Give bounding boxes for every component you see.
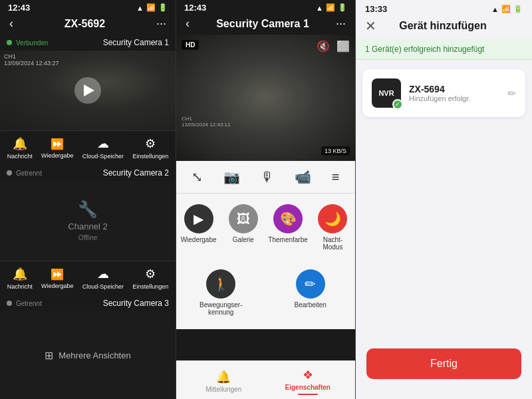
p2-controls-row: ⤡ 📷 🎙 📹 ≡	[176, 161, 355, 193]
p2-motion-icon: 🚶	[206, 269, 235, 299]
tab-eigenschaften-label: Eigenschaften	[285, 384, 331, 391]
camera2-offline: 🔧 Channel 2 Offline	[68, 200, 107, 241]
toolbar2-notification-label: Nachricht	[7, 283, 33, 290]
camera1-conn-label: Verbunden	[16, 39, 48, 47]
multi-view-label: Mehrere Ansichten	[59, 350, 130, 360]
location-icon: ▲	[136, 4, 144, 12]
camera1-video[interactable]: CH1 13/09/2024 12:43:27	[0, 51, 176, 130]
tab-mitteilungen-label: Mitteilungen	[205, 386, 241, 393]
fullscreen-icon[interactable]: ⬜	[336, 40, 350, 53]
p2-nav-title: Security Camera 1	[216, 18, 309, 30]
playback2-icon: ⏩	[51, 268, 64, 281]
toolbar1-cloud-label: Cloud-Speicher	[82, 153, 124, 160]
p2-status-bar: 12:43 ▲ 📶 🔋	[176, 0, 355, 14]
p3-location-icon: ▲	[491, 5, 499, 13]
p3-time: 13:33	[365, 4, 387, 14]
p2-theme-icon: 🎨	[273, 204, 303, 233]
toolbar2-playback[interactable]: ⏩ Wiedergabe	[41, 268, 74, 289]
device-icon-wrapper: NVR	[372, 78, 401, 108]
p2-theme-label: Themenfarbe	[268, 236, 307, 243]
camera1-status: Verbunden	[7, 39, 48, 47]
toolbar1-playback-label: Wiedergabe	[41, 152, 74, 159]
menu-icon[interactable]: ≡	[332, 170, 340, 185]
p2-battery-icon: 🔋	[338, 3, 347, 12]
toolbar1-settings-label: Einstellungen	[132, 153, 168, 160]
p1-nav-bar: ‹ ZX-5692 ···	[0, 14, 176, 35]
settings2-icon: ⚙	[145, 267, 156, 281]
p2-action-theme[interactable]: 🎨 Themenfarbe	[265, 199, 310, 256]
mute-icon[interactable]: 🔇	[317, 40, 330, 53]
tab-eigenschaften[interactable]: ❖ Eigenschaften	[266, 368, 350, 395]
camera3-section: Getrennt Security Camera 3 ⊞ Mehrere Ans…	[0, 295, 176, 399]
toolbar1-settings[interactable]: ⚙ Einstellungen	[132, 136, 168, 160]
p2-ch-label: CH1 13/09/2024 12:43:11	[182, 116, 230, 128]
toolbar1-cloud[interactable]: ☁ Cloud-Speicher	[82, 136, 124, 160]
wifi-icon: 📶	[146, 3, 156, 12]
bell2-icon: 🔔	[13, 267, 27, 281]
cloud2-icon: ☁	[97, 267, 109, 281]
camera1-play-button[interactable]	[74, 77, 101, 104]
camera3-label-row: Getrennt Security Camera 3	[0, 295, 176, 311]
p2-back-button[interactable]: ‹	[186, 17, 190, 31]
p1-more-button[interactable]: ···	[156, 17, 166, 31]
p3-success-banner: 1 Gerät(e) erfolgreich hinzugefügt	[356, 39, 532, 60]
playback-icon: ⏩	[51, 138, 64, 150]
p2-nightmode-icon: 🌙	[318, 204, 347, 233]
camera2-offline-label: Offline	[78, 234, 98, 241]
p2-time: 12:43	[184, 3, 206, 13]
camera1-label-row: Verbunden Security Camera 1	[0, 35, 176, 51]
kb-rate-badge: 13 KB/S	[321, 146, 350, 156]
p2-video-area[interactable]: HD 🔇 ⬜ CH1 13/09/2024 12:43:11 13 KB/S	[176, 35, 355, 161]
device-edit-button[interactable]: ✏	[507, 87, 516, 100]
toolbar2-cloud[interactable]: ☁ Cloud-Speicher	[82, 267, 124, 290]
camera2-label-row: Getrennt Security Camera 2	[0, 165, 176, 181]
p2-nav-bar: ‹ Security Camera 1 ···	[176, 14, 355, 35]
camera2-ch-label: Channel 2	[68, 221, 107, 231]
p2-nightmode-label: Nacht-Modus	[313, 236, 352, 251]
p2-action-motion[interactable]: 🚶 Bewegungser- kennung	[176, 264, 266, 321]
bell-tab-icon: 🔔	[216, 370, 231, 384]
battery-icon: 🔋	[158, 3, 168, 12]
play-triangle-icon	[84, 84, 94, 96]
panel-camera-list: 12:43 ▲ 📶 🔋 ‹ ZX-5692 ··· Verbunden Secu…	[0, 0, 176, 399]
p1-back-button[interactable]: ‹	[9, 17, 13, 31]
mic-icon[interactable]: 🎙	[261, 170, 274, 185]
toolbar2-settings-label: Einstellungen	[132, 283, 168, 290]
toolbar2-notification[interactable]: 🔔 Nachricht	[7, 267, 33, 290]
p3-close-button[interactable]: ✕	[365, 18, 376, 34]
toolbar1-notification[interactable]: 🔔 Nachricht	[7, 136, 33, 160]
panel-add-device: 13:33 ▲ 📶 🔋 ✕ Gerät hinzufügen 1 Gerät(e…	[356, 0, 532, 399]
screenshot-icon[interactable]: 📷	[223, 169, 240, 185]
camera2-status: Getrennt	[7, 170, 42, 177]
p3-status-bar: 13:33 ▲ 📶 🔋	[356, 0, 532, 15]
p2-actions-row1: ▶ Wiedergabe 🖼 Galerie 🎨 Themenfarbe 🌙 N…	[176, 194, 355, 261]
p2-action-edit[interactable]: ✏ Bearbeiten	[266, 264, 356, 321]
camera3-multi-view[interactable]: ⊞ Mehrere Ansichten	[0, 311, 176, 399]
device-check-icon	[392, 99, 403, 110]
p2-edit-icon: ✏	[296, 269, 325, 299]
panel-camera-detail: 12:43 ▲ 📶 🔋 ‹ Security Camera 1 ··· HD 🔇…	[176, 0, 356, 399]
expand-icon[interactable]: ⤡	[192, 169, 203, 185]
toolbar1-playback[interactable]: ⏩ Wiedergabe	[41, 138, 74, 159]
p2-more-button[interactable]: ···	[336, 17, 346, 31]
hd-badge: HD	[182, 40, 199, 50]
p2-action-gallery[interactable]: 🖼 Galerie	[221, 199, 265, 256]
p1-status-icons: ▲ 📶 🔋	[136, 3, 168, 12]
p2-action-playback[interactable]: ▶ Wiedergabe	[176, 199, 221, 256]
grid-icon: ⊞	[45, 349, 53, 362]
p2-gallery-label: Galerie	[233, 236, 254, 243]
p2-action-nightmode[interactable]: 🌙 Nacht-Modus	[311, 199, 355, 256]
p3-wifi-icon: 📶	[501, 5, 511, 13]
p2-playback-icon: ▶	[184, 204, 213, 233]
p3-done-button[interactable]: Fertig	[366, 348, 521, 379]
camera1-toolbar: 🔔 Nachricht ⏩ Wiedergabe ☁ Cloud-Speiche…	[0, 130, 176, 165]
p3-battery-icon: 🔋	[513, 5, 523, 13]
wrench-icon: 🔧	[78, 200, 98, 219]
tab-mitteilungen[interactable]: 🔔 Mitteilungen	[182, 370, 266, 393]
record-icon[interactable]: 📹	[295, 169, 311, 185]
camera2-conn-label: Getrennt	[16, 170, 42, 177]
p1-time: 12:43	[8, 3, 30, 13]
toolbar2-settings[interactable]: ⚙ Einstellungen	[132, 267, 168, 290]
camera2-video[interactable]: 🔧 Channel 2 Offline	[0, 181, 176, 261]
camera1-conn-dot	[7, 40, 12, 45]
